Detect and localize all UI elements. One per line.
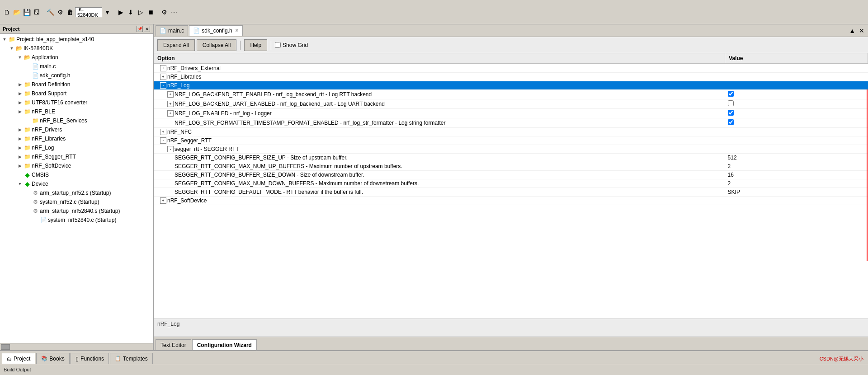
toolbar-icon-dropdown[interactable]: ▾	[103, 8, 112, 17]
expand-icon-ik52840dk[interactable]: ▼	[8, 45, 15, 52]
tab-text-editor[interactable]: Text Editor	[156, 339, 191, 350]
toolbar-icon-build[interactable]: 🔨	[46, 8, 55, 17]
help-btn[interactable]: Help	[244, 39, 267, 51]
config-row-str-formatter[interactable]: NRF_LOG_STR_FORMATTER_TIMESTAMP_FORMAT_E…	[154, 118, 868, 128]
tab-main-c[interactable]: 📄 main.c	[156, 25, 188, 36]
toolbar-icon-more[interactable]: ⋯	[170, 8, 179, 17]
tree-item-nrf-ble-services[interactable]: ▷ 📁 nRF_BLE_Services	[0, 116, 153, 125]
tree-item-board-support[interactable]: ▶ 📁 Board Support	[0, 89, 153, 98]
toolbar-icon-saveall[interactable]: 🖫	[32, 8, 41, 17]
tab-sdk-config-close[interactable]: ✕	[235, 28, 239, 33]
panel-pin-btn[interactable]: 📌	[137, 26, 143, 32]
config-row-buffer-size-up[interactable]: SEGGER_RTT_CONFIG_BUFFER_SIZE_UP - Size …	[154, 154, 868, 162]
expand-btn-uart-enabled[interactable]: +	[167, 101, 174, 107]
expand-icon-nrf-drivers[interactable]: ▶	[16, 126, 24, 133]
config-row-rtt-enabled[interactable]: + NRF_LOG_BACKEND_RTT_ENABLED - nrf_log_…	[154, 90, 868, 99]
option-max-up-buffers[interactable]: SEGGER_RTT_CONFIG_MAX_NUM_UP_BUFFERS - M…	[154, 162, 725, 171]
config-row-nrf-softdevice[interactable]: + nRF_SoftDevice	[154, 197, 868, 205]
config-row-nrf-drivers-ext[interactable]: + nRF_Drivers_External	[154, 64, 868, 73]
expand-icon-board-support[interactable]: ▶	[16, 90, 24, 97]
value-log-enabled[interactable]	[725, 109, 868, 118]
tree-item-cmsis[interactable]: ▷ ◆ CMSIS	[0, 170, 153, 179]
toolbar-icon-debug[interactable]: ▶	[116, 8, 125, 17]
show-grid-label[interactable]: Show Grid	[275, 42, 308, 48]
tree-item-ik52840dk[interactable]: ▼ 📂 IK-52840DK	[0, 44, 153, 53]
tree-item-arm-startup-nrf52s[interactable]: ▷ ⚙ arm_startup_nrf52.s (Startup)	[0, 188, 153, 197]
expand-btn-rtt-enabled[interactable]: +	[167, 91, 174, 98]
toolbar-icon-clean[interactable]: 🗑	[66, 8, 75, 17]
config-row-uart-enabled[interactable]: + NRF_LOG_BACKEND_UART_ENABLED - nrf_log…	[154, 99, 868, 109]
config-row-nrf-segger-rtt[interactable]: - nRF_Segger_RTT	[154, 136, 868, 145]
checkbox-uart-enabled[interactable]	[728, 100, 734, 106]
option-nrf-log[interactable]: - nRF_Log	[154, 81, 725, 90]
option-uart-enabled[interactable]: + NRF_LOG_BACKEND_UART_ENABLED - nrf_log…	[154, 99, 725, 109]
tree-item-system-nrf52840c[interactable]: ▷ 📄 system_nrf52840.c (Startup)	[0, 216, 153, 225]
config-row-nrf-log[interactable]: - nRF_Log	[154, 81, 868, 90]
expand-icon-device[interactable]: ▼	[16, 180, 24, 188]
option-max-down-buffers[interactable]: SEGGER_RTT_CONFIG_MAX_NUM_DOWN_BUFFERS -…	[154, 179, 725, 188]
bottom-tab-templates[interactable]: 📋 Templates	[110, 353, 153, 364]
option-segger-rtt[interactable]: - segger_rtt - SEGGER RTT	[154, 145, 725, 154]
toolbar-icon-run[interactable]: ▷	[136, 8, 145, 17]
config-row-default-mode[interactable]: SEGGER_RTT_CONFIG_DEFAULT_MODE - RTT beh…	[154, 188, 868, 197]
expand-icon-nrf-softdevice[interactable]: ▶	[16, 162, 24, 169]
tab-sdk-config-h[interactable]: 📄 sdk_config.h ✕	[189, 25, 242, 36]
expand-icon-utf8[interactable]: ▶	[16, 99, 24, 106]
expand-icon-nrf-segger[interactable]: ▶	[16, 153, 24, 160]
expand-icon-nrf-log[interactable]: ▶	[16, 144, 24, 151]
tree-item-sdk-config-h[interactable]: ▷ 📄 sdk_config.h	[0, 71, 153, 80]
toolbar-icon-save[interactable]: 💾	[22, 8, 31, 17]
tree-item-application[interactable]: ▼ 📂 Application	[0, 53, 153, 62]
option-nrf-libraries[interactable]: + nRF_Libraries	[154, 73, 725, 81]
option-nrf-softdevice[interactable]: + nRF_SoftDevice	[154, 197, 725, 205]
checkbox-log-enabled[interactable]	[728, 110, 734, 116]
checkbox-str-formatter[interactable]	[728, 119, 734, 125]
option-rtt-enabled[interactable]: + NRF_LOG_BACKEND_RTT_ENABLED - nrf_log_…	[154, 90, 725, 99]
maximize-editor-btn[interactable]: ▲	[847, 27, 857, 34]
close-editor-btn[interactable]: ✕	[857, 27, 866, 34]
value-str-formatter[interactable]	[725, 118, 868, 128]
collapse-all-btn[interactable]: Collapse All	[197, 39, 237, 51]
config-table-container[interactable]: Option Value + nRF_Drivers_External	[154, 53, 868, 319]
option-buffer-size-down[interactable]: SEGGER_RTT_CONFIG_BUFFER_SIZE_DOWN - Siz…	[154, 171, 725, 179]
expand-icon-board-def[interactable]: ▶	[16, 81, 24, 88]
expand-btn-segger-rtt[interactable]: -	[167, 146, 174, 152]
tree-item-nrf-drivers[interactable]: ▶ 📁 nRF_Drivers	[0, 125, 153, 134]
toolbar-icon-new[interactable]: 🗋	[2, 8, 11, 17]
expand-icon-nrf-libraries[interactable]: ▶	[16, 135, 24, 142]
option-nrf-drivers-ext[interactable]: + nRF_Drivers_External	[154, 64, 725, 73]
bottom-tab-project[interactable]: 🗂 Project	[2, 353, 35, 364]
expand-all-btn[interactable]: Expand All	[157, 39, 195, 51]
expand-btn-nrf-softdevice[interactable]: +	[160, 197, 166, 204]
tree-item-system-nrf52c[interactable]: ▷ ⚙ system_nrf52.c (Startup)	[0, 197, 153, 206]
option-buffer-size-up[interactable]: SEGGER_RTT_CONFIG_BUFFER_SIZE_UP - Size …	[154, 154, 725, 162]
tree-item-nrf-log[interactable]: ▶ 📁 nRF_Log	[0, 143, 153, 152]
value-rtt-enabled[interactable]	[725, 90, 868, 99]
config-row-segger-rtt[interactable]: - segger_rtt - SEGGER RTT	[154, 145, 868, 154]
toolbar-icon-open[interactable]: 📂	[12, 8, 21, 17]
tab-config-wizard[interactable]: Configuration Wizard	[192, 339, 257, 350]
target-selector[interactable]: IK-52840DK	[75, 7, 102, 17]
expand-icon-nrf-ble[interactable]: ▶	[16, 108, 24, 115]
option-nrf-segger-rtt[interactable]: - nRF_Segger_RTT	[154, 136, 725, 145]
tree-item-arm-startup-nrf52840s[interactable]: ▷ ⚙ arm_startup_nrf52840.s (Startup)	[0, 206, 153, 216]
hscroll-thumb[interactable]	[1, 344, 10, 350]
bottom-tab-functions[interactable]: {} Functions	[71, 353, 109, 364]
tree-item-nrf-softdevice[interactable]: ▶ 📁 nRF_SoftDevice	[0, 161, 153, 170]
checkbox-rtt-enabled[interactable]	[728, 91, 734, 97]
tree-item-main-c[interactable]: ▷ 📄 main.c	[0, 62, 153, 71]
config-row-nrf-libraries[interactable]: + nRF_Libraries	[154, 73, 868, 81]
show-grid-checkbox[interactable]	[275, 42, 281, 48]
config-row-log-enabled[interactable]: + NRF_LOG_ENABLED - nrf_log - Logger	[154, 109, 868, 118]
tree-item-nrf-ble[interactable]: ▶ 📁 nRF_BLE	[0, 107, 153, 116]
tree-item-device[interactable]: ▼ ◆ Device	[0, 179, 153, 188]
expand-btn-nrf-drivers-ext[interactable]: +	[160, 65, 166, 71]
expand-btn-nrf-nfc[interactable]: +	[160, 129, 166, 135]
tree-item-nrf-libraries[interactable]: ▶ 📁 nRF_Libraries	[0, 134, 153, 143]
bottom-tab-books[interactable]: 📚 Books	[36, 353, 69, 364]
panel-close-btn[interactable]: ×	[144, 26, 150, 32]
config-row-nrf-nfc[interactable]: + nRF_NFC	[154, 128, 868, 136]
option-default-mode[interactable]: SEGGER_RTT_CONFIG_DEFAULT_MODE - RTT beh…	[154, 188, 725, 197]
toolbar-icon-settings[interactable]: ⚙	[160, 8, 169, 17]
toolbar-icon-stop[interactable]: ⏹	[146, 8, 155, 17]
